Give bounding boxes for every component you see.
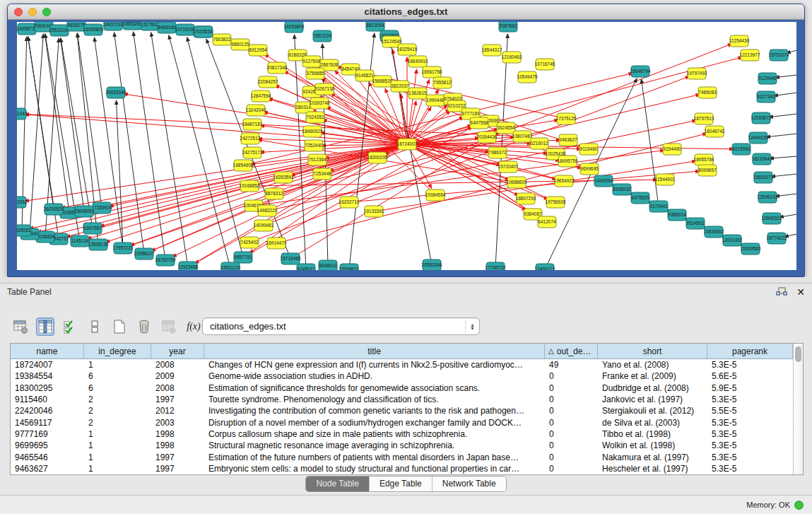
column-header-name[interactable]: name (11, 344, 84, 358)
window-title: citations_edges.txt (8, 6, 804, 17)
graph-node-label: 15339560 (741, 246, 761, 251)
graph-node-label: 19854908 (233, 163, 254, 168)
graph-node-label: 19756928 (546, 199, 566, 204)
float-panel-icon[interactable] (775, 286, 788, 298)
graph-node-label: 18325419 (397, 47, 418, 52)
table-mode-button[interactable] (11, 317, 30, 336)
row-height-button[interactable] (86, 317, 104, 336)
panel-divider[interactable]: ▴ (0, 277, 812, 283)
column-header-label: name (36, 346, 57, 356)
table-row[interactable]: 1938455462009Genome-wide association stu… (11, 370, 793, 382)
table-cell: Disruption of a novel member of a sodium… (204, 416, 545, 428)
citation-edge (274, 94, 700, 194)
network-canvas[interactable]: 2405571220691406255311949605275160558092… (17, 22, 796, 270)
graph-node-label: 8912954 (249, 47, 267, 52)
graph-node-label: 19166852 (240, 183, 260, 188)
table-row[interactable]: 977716911998Corpus callosum shape and si… (11, 428, 793, 440)
close-window-button[interactable] (14, 8, 23, 16)
graph-node-label: 11254439 (729, 38, 750, 43)
column-header-pagerank[interactable]: pagerank (707, 344, 793, 358)
table-cell: 5.3E-5 (707, 394, 793, 405)
table-selector-dropdown[interactable]: citations_edges.txt ▲▼ (202, 317, 480, 335)
table-cell: 1 (84, 359, 151, 370)
table-cell: 2 (84, 416, 151, 428)
graph-node-label: 8938932 (613, 187, 631, 192)
column-header-label: in_degree (98, 346, 136, 356)
graph-node-label: 16914479 (266, 240, 287, 245)
table-cell: Embryonic stem cells: a model to study s… (204, 463, 545, 474)
table-header-row: namein_degreeyeartitle△out_de…shortpager… (11, 344, 793, 359)
graph-node-label: 24272512 (240, 136, 261, 141)
citation-edge (268, 98, 407, 144)
close-panel-icon[interactable]: ✕ (796, 287, 805, 297)
tab-node-table[interactable]: Node Table (306, 477, 370, 491)
graph-node-label: 10393748 (310, 100, 330, 105)
table-cell: Tourette syndrome. Phenomenology and cla… (204, 394, 545, 405)
graph-node-label: 7485083 (698, 90, 717, 95)
column-header-label: pagerank (732, 346, 767, 356)
graph-node-label: 9170441 (649, 204, 668, 209)
column-header-in_degree[interactable]: in_degree (84, 344, 151, 358)
window-titlebar[interactable]: citations_edges.txt (8, 4, 804, 20)
graph-node-label: 16055809 (83, 27, 104, 32)
column-header-year[interactable]: year (151, 344, 204, 358)
table-scrollbar[interactable] (793, 344, 803, 474)
graph-node-label: 12923468 (178, 264, 199, 269)
column-header-out_de[interactable]: △out_de… (545, 344, 598, 358)
zoom-window-button[interactable] (42, 8, 51, 16)
function-builder-label: f(x) (187, 321, 200, 332)
table-row[interactable]: 911546021997Tourette syndrome. Phenomeno… (11, 394, 793, 405)
graph-node-label: 7252440 (305, 143, 323, 148)
table-cell: 2008 (151, 359, 204, 370)
table-cell: 1997 (151, 394, 204, 405)
table-selector-value: citations_edges.txt (210, 321, 465, 332)
table-cell: 6 (84, 382, 151, 394)
graph-node-label: 9463627 (559, 137, 577, 142)
edge (766, 134, 796, 137)
table-row[interactable]: 1872400712008Changes of HCN gene express… (11, 359, 793, 370)
new-column-button[interactable] (110, 317, 129, 336)
graph-node-label: 1362615 (408, 90, 427, 95)
table-cell: 5.3E-5 (707, 463, 793, 474)
column-header-short[interactable]: short (598, 344, 707, 358)
table-row[interactable]: 1830029562008Estimation of significance … (11, 382, 793, 394)
table-row[interactable]: 1456911722003Disruption of a novel membe… (11, 416, 793, 428)
graph-node-label: 17795722 (486, 265, 506, 270)
graph-node-label: 15698951 (74, 209, 95, 214)
graph-node-label: 9127508 (302, 59, 321, 64)
delete-column-button[interactable] (135, 317, 153, 336)
scrollbar-thumb[interactable] (795, 346, 801, 362)
network-graph: 2405571220691406255311949605275160558092… (17, 22, 796, 270)
graph-node-label: 7857224 (313, 33, 331, 38)
graph-node-label: 9129946 (758, 76, 777, 81)
function-builder-button[interactable]: f(x) (184, 317, 203, 336)
edge (94, 37, 123, 248)
edge (78, 33, 102, 208)
table-row[interactable]: 946362711997Embryonic stem cells: a mode… (11, 463, 793, 474)
status-bar: Memory: OK (0, 495, 812, 514)
graph-node-label: 3756685 (306, 71, 324, 76)
table-row[interactable]: 2242004622012Investigating the contribut… (11, 405, 793, 416)
minimize-window-button[interactable] (28, 8, 37, 16)
edge (169, 35, 230, 268)
table-cell: 9463627 (11, 463, 84, 474)
graph-node-label: 10807487 (512, 134, 533, 139)
graph-node-label: 7425402 (240, 240, 259, 245)
graph-node-label: 16544317 (482, 47, 502, 52)
import-table-button[interactable] (160, 317, 178, 336)
table-cell: 19384554 (11, 370, 84, 382)
tab-edge-table[interactable]: Edge Table (370, 477, 433, 491)
table-cell: 0 (545, 370, 598, 382)
graph-node-label: 12213977 (740, 52, 760, 57)
table-cell: Nakamura et al. (1997) (598, 451, 707, 462)
column-header-title[interactable]: title (204, 344, 545, 358)
graph-node-label: 9777169 (461, 111, 480, 116)
table-row[interactable]: 969969511998Structural magnetic resonanc… (11, 440, 793, 451)
table-cell: 2012 (151, 405, 204, 416)
table-cell: Corpus callosum shape and size in male p… (204, 428, 545, 440)
tab-network-table[interactable]: Network Table (433, 477, 506, 491)
table-row[interactable]: 946554611997Estimation of the future num… (11, 451, 793, 462)
select-columns-button[interactable] (61, 317, 79, 336)
show-columns-button[interactable] (36, 317, 54, 336)
graph-node-label: 10590301 (762, 216, 782, 221)
